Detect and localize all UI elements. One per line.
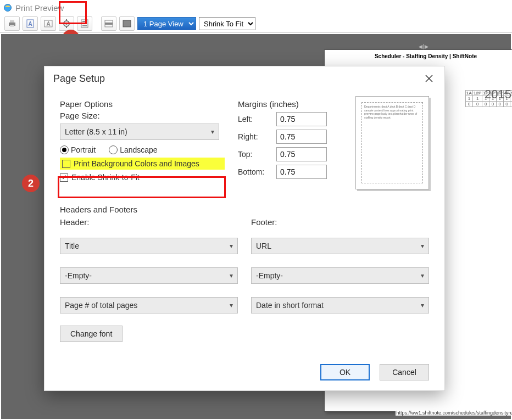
margin-top-input[interactable] — [276, 147, 327, 161]
header-1-select[interactable]: Title▾ — [60, 238, 238, 254]
margin-left-label: Left: — [238, 115, 271, 124]
window-title: Print Preview — [15, 3, 64, 13]
svg-rect-18 — [105, 23, 113, 25]
full-width-button[interactable] — [101, 16, 116, 31]
print-bg-label: Print Background Colors and Images — [74, 159, 199, 168]
close-icon — [425, 75, 433, 82]
preview-header: Scheduler - Staffing Density | ShiftNote — [325, 50, 512, 63]
fullpage-icon — [123, 20, 131, 27]
chevron-down-icon: ▾ — [211, 128, 214, 136]
page-size-label: Page Size: — [60, 111, 225, 120]
footer-2-select[interactable]: -Empty-▾ — [251, 267, 429, 284]
print-button[interactable] — [4, 16, 20, 31]
chevron-down-icon: ▾ — [230, 301, 233, 309]
svg-text:A: A — [28, 21, 32, 27]
margins-label: Margins (inches) — [238, 99, 342, 109]
landscape-radio[interactable]: Landscape — [109, 145, 158, 154]
chevron-down-icon: ▾ — [421, 242, 424, 250]
margin-right-input[interactable] — [276, 130, 327, 144]
svg-rect-16 — [82, 25, 87, 26]
chevron-down-icon: ▾ — [421, 272, 424, 279]
margin-bottom-label: Bottom: — [238, 167, 271, 176]
landscape-a-icon: A — [44, 20, 53, 27]
margin-top-label: Top: — [238, 150, 271, 159]
page-view-select[interactable]: 1 Page View — [137, 17, 196, 30]
portrait-button[interactable]: A — [23, 16, 38, 31]
fullwidth-icon — [104, 20, 113, 27]
svg-point-0 — [4, 4, 12, 12]
callout-badge-2: 2 — [22, 175, 40, 192]
chevron-down-icon: ▾ — [230, 242, 233, 250]
footer-label: Footer: — [251, 217, 429, 227]
svg-rect-19 — [123, 20, 131, 27]
preview-year: 2015 — [485, 87, 511, 102]
ie-icon — [3, 3, 12, 12]
headers-footers-label: Headers and Footers — [60, 205, 429, 214]
portrait-radio[interactable]: Portrait — [60, 145, 96, 154]
svg-text:A: A — [46, 21, 50, 27]
printer-icon — [8, 20, 16, 27]
svg-rect-2 — [10, 20, 14, 23]
dialog-close-button[interactable] — [422, 72, 436, 85]
svg-rect-3 — [10, 25, 14, 27]
separator — [95, 16, 98, 31]
paper-options-label: Paper Options — [60, 99, 225, 109]
ok-button[interactable]: OK — [320, 364, 370, 380]
margin-right-label: Right: — [238, 132, 271, 141]
header-label: Header: — [60, 217, 238, 227]
change-font-button[interactable]: Change font — [60, 326, 123, 342]
callout-box-1 — [59, 1, 87, 24]
portrait-a-icon: A — [26, 19, 34, 28]
landscape-button[interactable]: A — [41, 16, 56, 31]
print-bg-row: Print Background Colors and Images — [60, 158, 225, 170]
page-setup-dialog: Page Setup Paper Options Page Size: Lett… — [44, 66, 445, 391]
callout-box-2 — [58, 176, 226, 198]
chevron-down-icon: ▾ — [230, 272, 233, 279]
footer-1-select[interactable]: URL▾ — [251, 238, 429, 254]
page-size-select[interactable]: Letter (8.5 x 11 in) ▾ — [60, 124, 219, 140]
header-2-select[interactable]: -Empty-▾ — [60, 267, 238, 284]
chevron-down-icon: ▾ — [421, 301, 424, 309]
page-thumbnail: Departments: dept A dept B dept C dept D… — [355, 96, 429, 189]
cancel-button[interactable]: Cancel — [380, 364, 429, 380]
margin-left-input[interactable] — [276, 112, 327, 126]
dialog-title: Page Setup — [53, 73, 105, 85]
preview-footer-url: https://ww1.shiftnote.com/schedules/staf… — [396, 410, 512, 416]
print-bg-checkbox[interactable] — [62, 160, 70, 168]
footer-3-select[interactable]: Date in short format▾ — [251, 297, 429, 313]
full-page-button[interactable] — [119, 16, 135, 31]
shrink-to-fit-select[interactable]: Shrink To Fit — [199, 17, 255, 30]
header-3-select[interactable]: Page # of total pages▾ — [60, 297, 238, 313]
margin-bottom-input[interactable] — [276, 165, 327, 179]
